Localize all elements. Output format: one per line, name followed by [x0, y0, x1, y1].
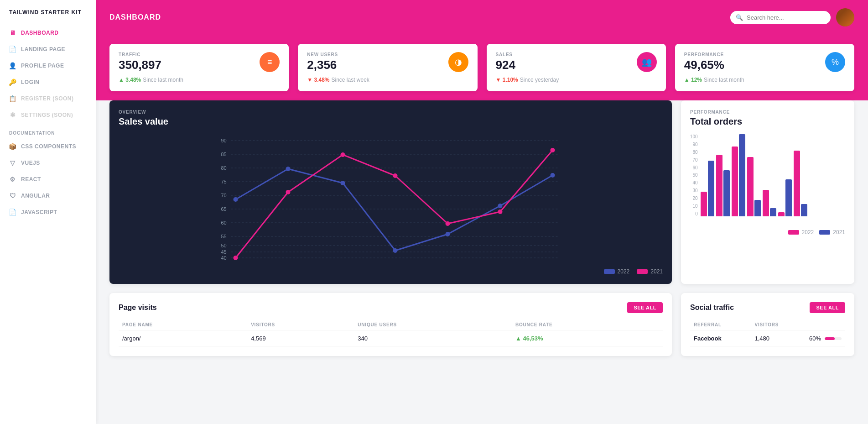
- social-traffic-title: Social traffic: [690, 304, 734, 312]
- cell-page: /argon/: [119, 330, 247, 347]
- social-header-row: REFERRAL VISITORS: [690, 319, 845, 330]
- stat-label: TRAFFIC: [119, 52, 161, 57]
- stat-label: NEW USERS: [307, 52, 338, 57]
- social-traffic-card: Social traffic SEE ALL REFERRAL VISITORS…: [681, 293, 854, 356]
- sidebar-item-login[interactable]: 🔑LOGIN: [0, 74, 96, 90]
- svg-point-30: [286, 167, 291, 171]
- cell-visitors: 4,569: [247, 330, 354, 347]
- sidebar: TAILWIND STARTER KIT 🖥DASHBOARD📄LANDING …: [0, 0, 96, 424]
- sidebar-doc-label: Javascript: [21, 209, 57, 215]
- page-visits-title: Page visits: [119, 304, 157, 312]
- sidebar-doc-item-angular[interactable]: 🛡Angular: [0, 188, 96, 204]
- cell-bounce: ▲ 46,53%: [512, 330, 663, 347]
- stat-card-top: NEW USERS 2,356 ◑: [307, 52, 468, 72]
- stat-value: 350,897: [119, 58, 161, 72]
- doc-icon-angular: 🛡: [9, 192, 16, 199]
- list-item: Facebook 1,480 60%: [690, 330, 845, 347]
- sidebar-item-settings: ✱SETTINGS (SOON): [0, 107, 96, 123]
- svg-point-32: [393, 248, 398, 253]
- bar-2021-1: [723, 170, 730, 216]
- social-traffic-see-all-button[interactable]: SEE ALL: [810, 302, 845, 313]
- bar-2022-2: [732, 147, 738, 216]
- bar-chart-bars-area: [701, 134, 845, 225]
- page-visits-see-all-button[interactable]: SEE ALL: [627, 302, 663, 313]
- sidebar-doc-item-react[interactable]: ⚙React: [0, 171, 96, 188]
- sidebar-item-dashboard[interactable]: 🖥DASHBOARD: [0, 25, 96, 41]
- bar-2022-4: [763, 190, 769, 216]
- stat-change: ▼ 3.48% Since last week: [307, 77, 468, 83]
- line-chart-container: .grid-line { stroke: #2d3a52; stroke-wid…: [119, 134, 663, 275]
- sidebar-doc-item-javascript[interactable]: 📄Javascript: [0, 204, 96, 220]
- sidebar-doc-label: React: [21, 176, 41, 183]
- svg-text:55: 55: [221, 234, 227, 239]
- nav-icon-register: 📋: [9, 95, 16, 102]
- line-chart-subtitle: OVERVIEW: [119, 110, 663, 115]
- bar-chart-bars: [701, 134, 845, 225]
- table-header-row: PAGE NAME VISITORS UNIQUE USERS BOUNCE R…: [119, 319, 663, 330]
- bar-chart-wrapper: 100 90 80 70 60 50 40 30 20 10 0: [690, 134, 845, 225]
- stat-card-new-users: NEW USERS 2,356 ◑ ▼ 3.48% Since last wee…: [298, 44, 477, 91]
- bar-2022-0: [701, 192, 707, 216]
- stat-card-top: PERFORMANCE 49,65% %: [684, 52, 845, 72]
- svg-point-37: [286, 190, 291, 194]
- social-traffic-header: Social traffic SEE ALL: [690, 302, 845, 313]
- svg-point-36: [234, 256, 238, 260]
- col-referral: REFERRAL: [690, 319, 751, 330]
- sidebar-item-label: REGISTER (SOON): [21, 95, 74, 102]
- svg-point-34: [498, 204, 503, 208]
- bar-legend-2021: 2021: [819, 229, 845, 236]
- svg-text:70: 70: [221, 193, 227, 198]
- stat-icon-performance: %: [825, 52, 845, 72]
- bar-group-3: [747, 157, 761, 216]
- svg-point-42: [551, 148, 555, 152]
- svg-point-40: [446, 221, 450, 226]
- svg-point-39: [393, 173, 398, 178]
- sidebar-doc-label: CSS Components: [21, 143, 76, 150]
- stat-card-performance: PERFORMANCE 49,65% % ▲ 12% Since last mo…: [675, 44, 854, 91]
- svg-text:85: 85: [221, 152, 227, 157]
- search-input[interactable]: [730, 11, 831, 24]
- svg-text:80: 80: [221, 165, 227, 171]
- bar-2021-0: [708, 161, 714, 216]
- bar-group-0: [701, 161, 714, 216]
- bar-group-2: [732, 134, 745, 216]
- doc-icon-css: 📦: [9, 143, 16, 150]
- visitors-bar-fill: [825, 337, 835, 340]
- search-icon: 🔍: [736, 14, 743, 21]
- sidebar-doc-section: DOCUMENTATION: [0, 123, 96, 138]
- sidebar-nav: 🖥DASHBOARD📄LANDING PAGE👤PROFILE PAGE🔑LOG…: [0, 25, 96, 123]
- sidebar-doc-item-css[interactable]: 📦CSS Components: [0, 138, 96, 155]
- bar-chart-title: Total orders: [690, 116, 845, 127]
- svg-text:90: 90: [221, 138, 227, 143]
- stat-change: ▲ 12% Since last month: [684, 77, 845, 83]
- header-right: 🔍: [730, 8, 854, 26]
- stat-icon-sales: 👥: [637, 52, 657, 72]
- sidebar-doc-item-vuejs[interactable]: ▽VueJS: [0, 155, 96, 171]
- stat-card-traffic: TRAFFIC 350,897 ≡ ▲ 3.48% Since last mon…: [109, 44, 289, 91]
- page-title: DASHBOARD: [109, 13, 161, 21]
- sidebar-doc-label: Angular: [21, 193, 50, 199]
- search-wrapper: 🔍: [730, 11, 831, 24]
- line-chart-card: OVERVIEW Sales value .grid-line { stroke…: [109, 100, 672, 284]
- sidebar-doc-label: VueJS: [21, 160, 40, 166]
- svg-point-41: [498, 209, 503, 214]
- bar-2021-3: [754, 200, 761, 216]
- bar-2021-4: [770, 208, 776, 216]
- stat-icon-traffic: ≡: [260, 52, 280, 72]
- nav-icon-settings: ✱: [9, 111, 16, 119]
- sidebar-doc-nav: 📦CSS Components▽VueJS⚙React🛡Angular📄Java…: [0, 138, 96, 220]
- bar-2022-3: [747, 157, 754, 216]
- tables-row: Page visits SEE ALL PAGE NAME VISITORS U…: [96, 293, 868, 365]
- doc-icon-react: ⚙: [9, 176, 16, 183]
- nav-icon-profile-page: 👤: [9, 62, 16, 69]
- stat-card-top: TRAFFIC 350,897 ≡: [119, 52, 280, 72]
- svg-point-33: [446, 232, 450, 236]
- svg-text:75: 75: [221, 179, 227, 184]
- sidebar-item-register: 📋REGISTER (SOON): [0, 90, 96, 107]
- sidebar-item-profile-page[interactable]: 👤PROFILE PAGE: [0, 58, 96, 74]
- avatar[interactable]: [836, 8, 854, 26]
- bar-2021-5: [785, 179, 792, 216]
- sidebar-item-landing-page[interactable]: 📄LANDING PAGE: [0, 41, 96, 58]
- svg-point-29: [234, 197, 238, 202]
- line-2021: [236, 150, 553, 258]
